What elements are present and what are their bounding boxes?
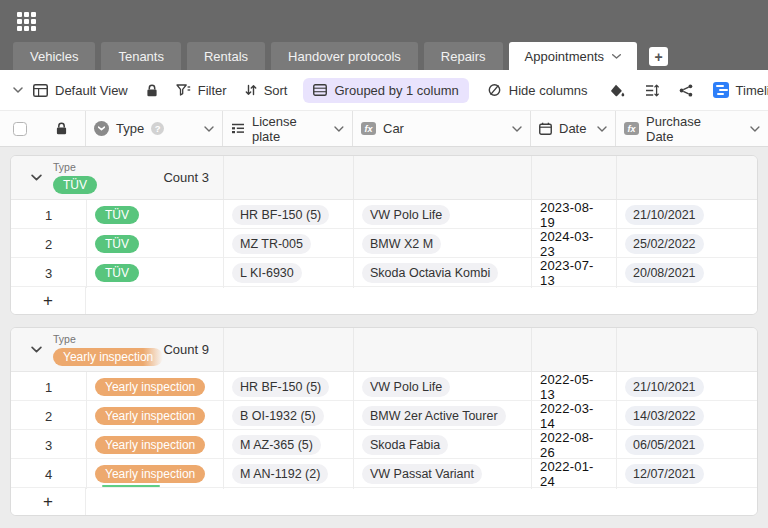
- row-number[interactable]: 2: [11, 229, 86, 259]
- purchase-date-tag: 06/05/2021: [625, 435, 704, 455]
- column-header-date[interactable]: Date: [530, 111, 615, 146]
- cell-purchase-date[interactable]: 25/02/2022: [616, 229, 757, 259]
- add-table-button[interactable]: +: [649, 47, 668, 66]
- cell-purchase-date[interactable]: 21/10/2021: [616, 200, 757, 230]
- cell-license-plate[interactable]: MZ TR-005: [223, 229, 353, 259]
- linked-record-tag: MZ TR-005: [232, 234, 311, 254]
- view-toolbar: Default View Filter Sort Grouped by 1 co…: [0, 70, 768, 111]
- filter-button[interactable]: Filter: [176, 83, 227, 98]
- cell-car[interactable]: BMW 2er Active Tourer: [353, 401, 531, 431]
- views-collapse-button[interactable]: [13, 87, 23, 93]
- app-menu-icon[interactable]: [17, 12, 36, 31]
- add-row-button[interactable]: +: [11, 488, 86, 515]
- cell-date[interactable]: 2022-03-14: [531, 401, 616, 431]
- cell-type[interactable]: Yearly inspection: [86, 401, 223, 431]
- cell-license-plate[interactable]: L KI-6930: [223, 258, 353, 288]
- chevron-down-icon[interactable]: [512, 126, 522, 132]
- cell-license-plate[interactable]: HR BF-150 (5): [223, 200, 353, 230]
- cell-license-plate[interactable]: M AN-1192 (2): [223, 459, 353, 489]
- view-lock-button[interactable]: [146, 84, 158, 97]
- group-header-cell: [353, 328, 531, 371]
- cell-car[interactable]: VW Passat Variant: [353, 459, 531, 489]
- paint-bucket-icon: [610, 84, 625, 97]
- chevron-down-icon: [13, 87, 23, 93]
- tab-rentals[interactable]: Rentals: [187, 42, 265, 70]
- cell-type[interactable]: TÜV: [86, 258, 223, 288]
- share-icon: [679, 84, 693, 97]
- linked-record-tag: M AN-1192 (2): [232, 464, 328, 484]
- row-number[interactable]: 3: [11, 430, 86, 460]
- cell-car[interactable]: VW Polo Life: [353, 200, 531, 230]
- group-collapse-button[interactable]: [29, 344, 44, 355]
- cell-type[interactable]: TÜV: [86, 200, 223, 230]
- chevron-down-icon[interactable]: [204, 126, 214, 132]
- column-header-type[interactable]: Type ?: [85, 111, 222, 146]
- cell-purchase-date[interactable]: 20/08/2021: [616, 258, 757, 288]
- row-number[interactable]: 4: [11, 459, 86, 489]
- cell-date[interactable]: 2022-05-13: [531, 372, 616, 402]
- cell-car[interactable]: Skoda Octavia Kombi: [353, 258, 531, 288]
- column-header-license-plate[interactable]: License plate: [222, 111, 352, 146]
- column-header-purchase-date[interactable]: fx Purchase Date: [615, 111, 768, 146]
- column-header-car[interactable]: fx Car: [352, 111, 530, 146]
- timeline-button[interactable]: Timeline: [713, 82, 768, 98]
- grouped-by-button[interactable]: Grouped by 1 column: [303, 78, 468, 103]
- table-view-icon: [33, 84, 48, 97]
- timeline-label: Timeline: [736, 83, 768, 98]
- share-view-button[interactable]: [679, 84, 693, 97]
- cell-purchase-date[interactable]: 14/03/2022: [616, 401, 757, 431]
- cell-license-plate[interactable]: B OI-1932 (5): [223, 401, 353, 431]
- add-row-button[interactable]: +: [11, 287, 86, 314]
- field-lock-button[interactable]: [55, 122, 68, 135]
- row-color-button[interactable]: [610, 84, 625, 97]
- timeline-icon: [713, 82, 729, 98]
- cell-date[interactable]: 2022-08-26: [531, 430, 616, 460]
- chevron-down-icon[interactable]: [750, 126, 760, 132]
- tab-tenants[interactable]: Tenants: [101, 42, 181, 70]
- cell-type[interactable]: Yearly inspection: [86, 459, 223, 489]
- table-row: 1 TÜV HR BF-150 (5) VW Polo Life 2023-08…: [11, 200, 757, 229]
- sort-button[interactable]: Sort: [245, 83, 288, 98]
- tab-appointments-active[interactable]: Appointments: [509, 42, 638, 70]
- type-pill: TÜV: [95, 264, 139, 282]
- column-label-date: Date: [559, 121, 586, 136]
- cell-license-plate[interactable]: M AZ-365 (5): [223, 430, 353, 460]
- plus-icon: +: [43, 493, 53, 510]
- cell-type[interactable]: Yearly inspection: [86, 372, 223, 402]
- tab-vehicles[interactable]: Vehicles: [13, 42, 95, 70]
- tab-appointments-label: Appointments: [525, 49, 605, 64]
- cell-car[interactable]: BMW X2 M: [353, 229, 531, 259]
- group-header: Type TÜV Count 3: [11, 156, 757, 200]
- cell-date[interactable]: 2023-08-19: [531, 200, 616, 230]
- group-collapse-button[interactable]: [29, 172, 44, 183]
- chevron-down-icon[interactable]: [597, 126, 607, 132]
- cell-date[interactable]: 2024-03-23: [531, 229, 616, 259]
- cell-car[interactable]: Skoda Fabia: [353, 430, 531, 460]
- row-height-button[interactable]: [645, 84, 659, 97]
- cell-car[interactable]: VW Polo Life: [353, 372, 531, 402]
- cell-purchase-date[interactable]: 21/10/2021: [616, 372, 757, 402]
- cell-date[interactable]: 2023-07-13: [531, 258, 616, 288]
- hide-columns-button[interactable]: Hide columns: [487, 83, 588, 98]
- plus-icon: +: [43, 292, 53, 309]
- tab-handover-protocols[interactable]: Handover protocols: [271, 42, 418, 70]
- cell-type[interactable]: TÜV: [86, 229, 223, 259]
- chevron-down-icon[interactable]: [334, 126, 344, 132]
- cell-type[interactable]: Yearly inspection: [86, 430, 223, 460]
- row-number[interactable]: 1: [11, 372, 86, 402]
- cell-purchase-date[interactable]: 12/07/2021: [616, 459, 757, 489]
- view-switcher-button[interactable]: Default View: [33, 83, 128, 98]
- help-icon[interactable]: ?: [151, 122, 164, 135]
- airtable-grid-app: Vehicles Tenants Rentals Handover protoc…: [0, 0, 768, 528]
- select-all-checkbox[interactable]: [13, 122, 27, 136]
- cell-license-plate[interactable]: HR BF-150 (5): [223, 372, 353, 402]
- row-number[interactable]: 1: [11, 200, 86, 230]
- group-card-yearly-inspection: Type Yearly inspection Count 9 1 Yearly …: [10, 327, 758, 516]
- row-number[interactable]: 3: [11, 258, 86, 288]
- car-tag: VW Polo Life: [362, 205, 450, 225]
- cell-purchase-date[interactable]: 06/05/2021: [616, 430, 757, 460]
- cell-date[interactable]: 2022-01-24: [531, 459, 616, 489]
- top-bar: Vehicles Tenants Rentals Handover protoc…: [0, 0, 768, 70]
- row-number[interactable]: 2: [11, 401, 86, 431]
- tab-repairs[interactable]: Repairs: [424, 42, 503, 70]
